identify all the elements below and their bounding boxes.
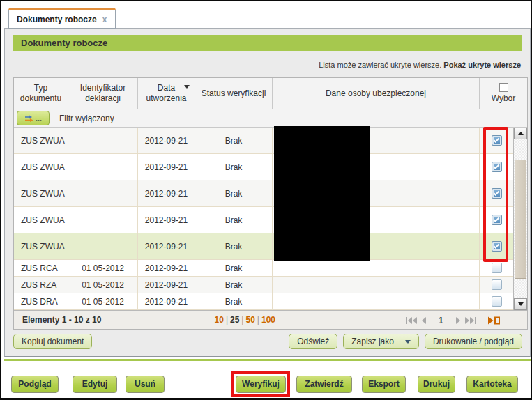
col-header-typ-dokumentu[interactable]: Typ dokumentu — [14, 78, 68, 109]
table-actions-row: Kopiuj dokument Odśwież Zapisz jako Druk… — [13, 333, 522, 350]
sort-desc-icon[interactable] — [184, 85, 190, 89]
cell-data: 2012-09-21 — [138, 233, 195, 259]
current-page-number: 1 — [439, 316, 443, 325]
cell-typ: ZUS ZWUA — [14, 128, 68, 153]
col-header-data-utworzenia[interactable]: Data utworzenia — [138, 78, 195, 109]
dokumenty-robocze-panel: Dokumenty robocze Lista może zawierać uk… — [4, 28, 531, 357]
drukowanie-podglad-button[interactable]: Drukowanie / podgląd — [425, 334, 522, 349]
page-size-10[interactable]: 10 — [215, 315, 224, 325]
table-body: ZUS ZWUA2012-09-21BrakZUS ZWUA2012-09-21… — [14, 128, 527, 310]
table-footer: Elementy 1 - 10 z 10 10|25|50|100 1 — [14, 310, 527, 329]
page-size-25[interactable]: 25 — [230, 315, 239, 325]
filter-status-label: Filtr wyłączony — [59, 114, 114, 123]
cell-status: Brak — [195, 154, 273, 180]
drukuj-button[interactable]: Drukuj — [418, 376, 455, 393]
row-checkbox[interactable] — [492, 296, 502, 307]
cell-typ: ZUS RZA — [14, 277, 68, 293]
filter-row: ... Filtr wyłączony — [14, 109, 527, 128]
page-size-separator: | — [224, 315, 230, 325]
cell-data: 2012-09-21 — [138, 260, 195, 276]
col-header-identyfikator[interactable]: Identyfikator deklaracji — [68, 78, 138, 109]
tab-active-stripe — [8, 8, 116, 10]
go-to-page-icon[interactable] — [488, 316, 500, 325]
documents-table: Typ dokumentu Identyfikator deklaracji D… — [13, 77, 528, 330]
kartoteka-button[interactable]: Kartoteka — [466, 376, 518, 393]
cell-wybor — [480, 277, 513, 293]
cell-status: Brak — [195, 180, 273, 206]
edytuj-button[interactable]: Edytuj — [73, 376, 117, 393]
usun-button[interactable]: Usuń — [126, 376, 165, 393]
zapisz-jako-label: Zapisz jako — [351, 337, 394, 346]
row-checkbox[interactable] — [492, 279, 502, 290]
cell-id — [68, 207, 138, 233]
elements-summary: Elementy 1 - 10 z 10 — [22, 315, 101, 325]
cell-id: 01 05-2012 — [68, 260, 138, 276]
row-checkbox[interactable] — [492, 263, 502, 273]
table-body-rows: ZUS ZWUA2012-09-21BrakZUS ZWUA2012-09-21… — [14, 128, 513, 310]
cell-id — [68, 180, 138, 206]
tab-label: Dokumenty robocze — [17, 15, 97, 24]
zapisz-jako-dropdown[interactable] — [400, 334, 411, 348]
last-page-icon[interactable] — [465, 317, 476, 324]
cell-id — [68, 128, 138, 153]
filter-icon — [24, 115, 34, 122]
scroll-down-button[interactable] — [514, 298, 527, 310]
page-size-100[interactable]: 100 — [261, 315, 275, 325]
scroll-up-icon — [518, 132, 524, 135]
cell-typ: ZUS RCA — [14, 260, 68, 276]
tab-close-icon[interactable]: x — [102, 15, 107, 24]
show-hidden-rows-link[interactable]: Pokaż ukryte wiersze — [443, 61, 521, 69]
filter-button[interactable]: ... — [17, 111, 50, 125]
cell-status: Brak — [195, 207, 273, 233]
cell-wybor — [480, 260, 513, 276]
col-header-status[interactable]: Status weryfikacji — [195, 78, 273, 109]
col-header-wybor: Wybór — [480, 78, 527, 109]
checkbox-column-highlight-annotation — [483, 127, 508, 262]
kopiuj-dokument-button[interactable]: Kopiuj dokument — [13, 334, 92, 349]
panel-bottom-accent — [4, 359, 531, 361]
eksport-button[interactable]: Eksport — [362, 376, 406, 393]
table-row[interactable]: ZUS ZWUA2012-09-21Brak — [14, 207, 513, 233]
panel-title: Dokumenty robocze — [13, 38, 107, 48]
podglad-button[interactable]: Podgląd — [11, 376, 59, 393]
cell-id: 01 05-2012 — [68, 277, 138, 293]
cell-data: 2012-09-21 — [138, 293, 195, 309]
table-row[interactable]: ZUS ZWUA2012-09-21Brak — [14, 233, 513, 260]
tab-dokumenty-robocze[interactable]: Dokumenty robocze x — [8, 10, 116, 29]
table-header: Typ dokumentu Identyfikator deklaracji D… — [14, 78, 527, 109]
col-header-dane-osoby[interactable]: Dane osoby ubezpieczonej — [273, 78, 480, 109]
scrollbar-thumb[interactable] — [515, 160, 526, 279]
odswiez-button[interactable]: Odśwież — [289, 334, 337, 349]
table-row[interactable]: ZUS RZA01 05-20122012-09-21Brak — [14, 277, 513, 293]
cell-status: Brak — [195, 260, 273, 276]
app-window: Dokumenty robocze x Dokumenty robocze Li… — [0, 0, 532, 400]
prev-page-icon[interactable] — [420, 317, 426, 324]
zatwierdz-button[interactable]: Zatwierdź — [296, 376, 352, 393]
table-row[interactable]: ZUS ZWUA2012-09-21Brak — [14, 180, 513, 207]
table-row[interactable]: ZUS RCA01 05-20122012-09-21Brak — [14, 260, 513, 277]
panel-title-bar: Dokumenty robocze — [13, 35, 522, 51]
table-row[interactable]: ZUS DRA01 05-20122012-09-21Brak — [14, 293, 513, 310]
scroll-up-button[interactable] — [514, 128, 527, 139]
hidden-rows-hint: Lista może zawierać ukryte wiersze. Poka… — [319, 61, 521, 69]
weryfikuj-button[interactable]: Weryfikuj — [236, 376, 286, 393]
cell-data: 2012-09-21 — [138, 277, 195, 293]
cell-wybor — [480, 293, 513, 309]
hint-text: Lista może zawierać ukryte wiersze. — [319, 61, 441, 69]
cell-typ: ZUS ZWUA — [14, 180, 68, 206]
cell-data: 2012-09-21 — [138, 154, 195, 180]
table-row[interactable]: ZUS ZWUA2012-09-21Brak — [14, 128, 513, 154]
zapisz-jako-button[interactable]: Zapisz jako — [343, 334, 419, 349]
select-all-checkbox[interactable] — [499, 83, 508, 92]
cell-id — [68, 154, 138, 180]
first-page-icon[interactable] — [406, 317, 417, 324]
cell-dane — [273, 293, 480, 309]
redacted-personal-data-block — [274, 126, 370, 261]
cell-typ: ZUS ZWUA — [14, 233, 68, 259]
next-page-icon[interactable] — [456, 317, 462, 324]
vertical-scrollbar[interactable] — [513, 128, 527, 310]
page-size-50[interactable]: 50 — [245, 315, 254, 325]
table-row[interactable]: ZUS ZWUA2012-09-21Brak — [14, 154, 513, 180]
bottom-toolbar: Podgląd Edytuj Usuń Weryfikuj Zatwierdź … — [1, 370, 531, 398]
cell-data: 2012-09-21 — [138, 180, 195, 206]
